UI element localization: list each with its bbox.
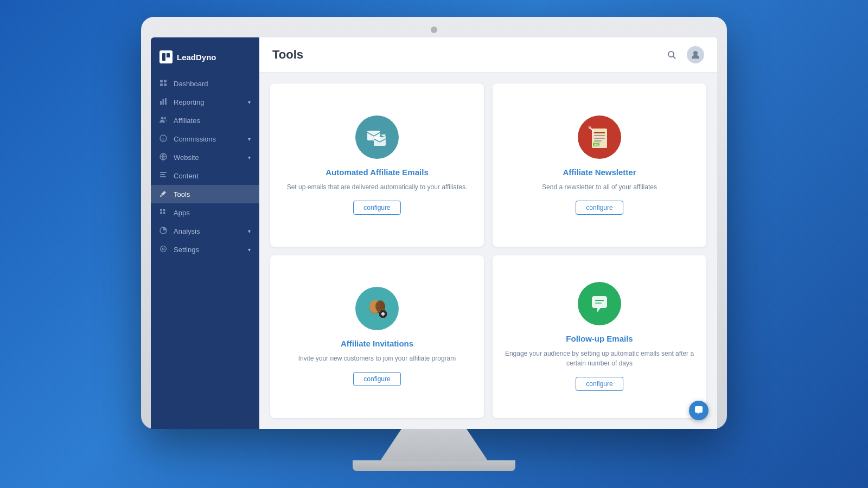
sidebar-label-website: Website	[174, 153, 242, 162]
automated-emails-icon	[355, 115, 399, 159]
svg-point-34	[588, 126, 591, 129]
svg-point-23	[668, 52, 674, 57]
newsletter-configure-button[interactable]: configure	[576, 201, 623, 215]
sidebar-item-dashboard[interactable]: Dashboard	[151, 74, 259, 93]
svg-rect-2	[160, 80, 163, 82]
sidebar-item-reporting[interactable]: Reporting ▾	[151, 93, 259, 111]
svg-rect-18	[160, 209, 162, 211]
tool-card-followup: Follow-up Emails Engage your audience by…	[493, 255, 706, 419]
svg-rect-1	[167, 53, 170, 57]
user-avatar-button[interactable]	[687, 46, 704, 63]
svg-rect-42	[595, 300, 604, 301]
svg-rect-0	[162, 53, 165, 61]
commissions-arrow: ▾	[248, 136, 251, 142]
svg-rect-19	[163, 209, 165, 211]
svg-rect-43	[595, 303, 602, 304]
dashboard-icon	[159, 79, 168, 88]
svg-rect-14	[160, 172, 167, 173]
settings-arrow: ▾	[248, 247, 251, 253]
sidebar-label-affiliates: Affiliates	[174, 117, 251, 125]
logo-icon	[159, 50, 173, 63]
sidebar-item-tools[interactable]: Tools	[151, 185, 259, 203]
sidebar-label-tools: Tools	[174, 190, 251, 198]
svg-rect-30	[594, 138, 605, 139]
automated-emails-configure-button[interactable]: configure	[353, 201, 400, 215]
sidebar-label-commissions: Commissions	[174, 135, 242, 143]
svg-rect-29	[594, 135, 605, 136]
svg-point-24	[693, 51, 698, 55]
svg-rect-28	[594, 132, 605, 133]
reporting-icon	[159, 98, 168, 106]
followup-configure-button[interactable]: configure	[576, 377, 623, 391]
followup-title: Follow-up Emails	[566, 334, 633, 343]
tools-icon	[159, 190, 168, 198]
sidebar: LeadDyno Dashboard	[151, 37, 259, 429]
top-bar-actions	[663, 46, 704, 63]
top-bar: Tools	[259, 37, 717, 73]
search-button[interactable]	[663, 46, 680, 63]
svg-rect-8	[165, 98, 167, 105]
tool-card-invitations: Affiliate Invitations Invite your new cu…	[270, 255, 484, 419]
tool-card-newsletter: IMG Affiliate Newsletter Send a newslett…	[493, 84, 706, 247]
sidebar-label-content: Content	[174, 172, 251, 180]
sidebar-label-settings: Settings	[174, 246, 242, 254]
sidebar-label-analysis: Analysis	[174, 227, 242, 235]
sidebar-item-commissions[interactable]: $ Commissions ▾	[151, 130, 259, 148]
reporting-arrow: ▾	[248, 99, 251, 105]
svg-rect-31	[594, 140, 602, 142]
sidebar-item-affiliates[interactable]: Affiliates	[151, 111, 259, 130]
invitations-desc: Invite your new customers to join your a…	[298, 354, 456, 363]
svg-rect-5	[164, 84, 167, 86]
monitor-camera	[431, 27, 437, 33]
content-icon	[159, 171, 168, 180]
sidebar-label-reporting: Reporting	[174, 98, 242, 106]
svg-rect-15	[160, 174, 165, 175]
sidebar-item-website[interactable]: Website ▾	[151, 148, 259, 166]
svg-point-9	[161, 117, 164, 120]
logo-text: LeadDyno	[177, 53, 216, 62]
svg-text:$: $	[162, 137, 164, 142]
website-icon	[159, 153, 168, 162]
main-content-area: Tools	[259, 37, 717, 429]
svg-rect-21	[163, 212, 165, 214]
newsletter-title: Affiliate Newsletter	[563, 168, 636, 177]
followup-icon	[578, 282, 621, 325]
svg-rect-6	[160, 101, 162, 105]
apps-icon	[159, 208, 168, 217]
sidebar-label-apps: Apps	[174, 209, 251, 217]
analysis-arrow: ▾	[248, 228, 251, 234]
svg-point-10	[164, 117, 166, 119]
svg-rect-20	[160, 212, 162, 214]
followup-desc: Engage your audience by setting up autom…	[503, 349, 695, 368]
sidebar-label-dashboard: Dashboard	[174, 80, 251, 88]
sidebar-item-content[interactable]: Content	[151, 166, 259, 185]
svg-rect-41	[382, 312, 384, 316]
newsletter-icon: IMG	[578, 115, 621, 159]
logo-area: LeadDyno	[151, 46, 259, 74]
monitor-stand	[353, 429, 515, 471]
svg-point-17	[160, 195, 162, 197]
automated-emails-title: Automated Affiliate Emails	[326, 168, 428, 177]
affiliates-icon	[159, 116, 168, 125]
website-arrow: ▾	[248, 155, 251, 160]
svg-rect-7	[163, 99, 164, 105]
svg-rect-4	[160, 84, 163, 86]
svg-rect-16	[160, 176, 166, 177]
newsletter-desc: Send a newsletter to all of your affilia…	[542, 182, 657, 192]
svg-rect-3	[164, 80, 167, 82]
sidebar-item-analysis[interactable]: Analysis ▾	[151, 222, 259, 240]
chat-fab-button[interactable]	[689, 401, 709, 420]
tool-card-automated-emails: Automated Affiliate Emails Set up emails…	[270, 84, 484, 247]
tools-grid: Automated Affiliate Emails Set up emails…	[259, 73, 717, 429]
page-title: Tools	[272, 48, 303, 62]
commissions-icon: $	[159, 134, 168, 143]
sidebar-item-settings[interactable]: Settings ▾	[151, 240, 259, 259]
sidebar-item-apps[interactable]: Apps	[151, 203, 259, 222]
invitations-icon	[355, 287, 399, 330]
settings-icon	[159, 245, 168, 254]
svg-rect-26	[374, 137, 386, 146]
automated-emails-desc: Set up emails that are delivered automat…	[287, 182, 468, 192]
invitations-title: Affiliate Invitations	[341, 339, 413, 348]
svg-text:IMG: IMG	[594, 143, 599, 146]
invitations-configure-button[interactable]: configure	[353, 372, 400, 386]
